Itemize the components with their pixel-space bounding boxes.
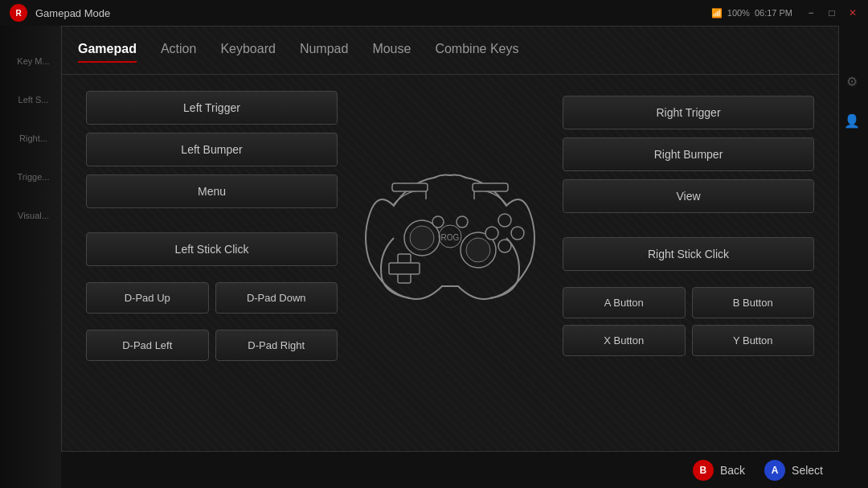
- tab-bar: Gamepad Action Keyboard Numpad Mouse Com…: [62, 27, 838, 75]
- back-label: Back: [720, 464, 745, 477]
- svg-point-1: [410, 226, 434, 250]
- left-sidebar: Key M... Left S... Right... Trigge... Vi…: [0, 26, 64, 488]
- left-trigger-button[interactable]: Left Trigger: [86, 91, 338, 125]
- svg-point-11: [457, 216, 468, 228]
- menu-button[interactable]: Menu: [86, 174, 338, 208]
- face-button-grid: A Button B Button X Button Y Button: [563, 287, 814, 356]
- titlebar-title: Gamepad Mode: [35, 7, 110, 19]
- tab-mouse[interactable]: Mouse: [372, 42, 411, 59]
- dpad-up-button[interactable]: D-Pad Up: [86, 282, 209, 314]
- sidebar-item-rightstick[interactable]: Right...: [0, 119, 64, 158]
- left-controls: Left Trigger Left Bumper Menu Left Stick…: [86, 91, 338, 361]
- right-sidebar: ⚙ 👤: [836, 26, 868, 488]
- svg-point-7: [511, 227, 524, 240]
- profile-icon[interactable]: 👤: [844, 113, 860, 129]
- dpad-row-bottom: D-Pad Left D-Pad Right: [86, 330, 338, 361]
- right-controls: Right Trigger Right Bumper View Right St…: [563, 96, 814, 356]
- back-icon: B: [693, 460, 714, 481]
- titlebar-right: 📶 100% 06:17 PM − □ ✕: [711, 7, 858, 18]
- select-icon: A: [764, 460, 785, 481]
- right-trigger-button[interactable]: Right Trigger: [563, 96, 814, 129]
- window-controls[interactable]: − □ ✕: [805, 7, 858, 18]
- svg-point-3: [466, 238, 490, 262]
- tab-gamepad[interactable]: Gamepad: [78, 42, 137, 59]
- dpad-down-button[interactable]: D-Pad Down: [215, 282, 338, 314]
- dpad-left-button[interactable]: D-Pad Left: [86, 330, 209, 361]
- svg-point-8: [485, 227, 498, 240]
- view-button[interactable]: View: [563, 179, 814, 213]
- titlebar-left: R Gamepad Mode: [10, 4, 110, 22]
- dpad-row-top: D-Pad Up D-Pad Down: [86, 282, 338, 314]
- sidebar-item-leftstick[interactable]: Left S...: [0, 80, 64, 119]
- bottom-bar: B Back A Select: [61, 451, 839, 488]
- select-label: Select: [792, 464, 823, 477]
- right-stick-click-button[interactable]: Right Stick Click: [563, 237, 814, 271]
- x-button[interactable]: X Button: [563, 325, 686, 356]
- minimize-button[interactable]: −: [805, 7, 817, 18]
- settings-icon[interactable]: ⚙: [846, 74, 858, 89]
- tab-keyboard[interactable]: Keyboard: [220, 42, 276, 59]
- select-button[interactable]: A Select: [764, 460, 823, 481]
- maximize-button[interactable]: □: [826, 7, 837, 18]
- svg-rect-5: [389, 263, 420, 274]
- a-button[interactable]: A Button: [563, 287, 686, 318]
- svg-text:ROG: ROG: [441, 233, 460, 242]
- tab-combine-keys[interactable]: Combine Keys: [435, 42, 518, 59]
- titlebar: R Gamepad Mode 📶 100% 06:17 PM − □ ✕: [0, 0, 868, 26]
- time-display: 06:17 PM: [755, 8, 792, 18]
- svg-rect-14: [392, 183, 428, 191]
- svg-point-9: [498, 240, 511, 252]
- sidebar-item-keymapping[interactable]: Key M...: [0, 42, 64, 80]
- svg-point-6: [498, 214, 511, 227]
- y-button[interactable]: Y Button: [692, 325, 815, 356]
- sidebar-item-trigger[interactable]: Trigge...: [0, 158, 64, 196]
- tab-action[interactable]: Action: [161, 42, 196, 59]
- back-button[interactable]: B Back: [693, 460, 745, 481]
- sidebar-item-visual[interactable]: Visual...: [0, 196, 64, 235]
- controller-image: ROG: [338, 133, 563, 318]
- close-button[interactable]: ✕: [847, 7, 858, 18]
- b-button[interactable]: B Button: [692, 287, 815, 318]
- left-bumper-button[interactable]: Left Bumper: [86, 133, 338, 166]
- app-logo: R: [10, 4, 27, 22]
- dpad-right-button[interactable]: D-Pad Right: [215, 330, 338, 361]
- system-tray-icons: 📶 100% 06:17 PM: [711, 8, 792, 18]
- tab-numpad[interactable]: Numpad: [300, 42, 348, 59]
- left-stick-click-button[interactable]: Left Stick Click: [86, 232, 338, 266]
- main-panel: Gamepad Action Keyboard Numpad Mouse Com…: [61, 26, 839, 488]
- content-area: Left Trigger Left Bumper Menu Left Stick…: [62, 75, 838, 377]
- svg-rect-15: [473, 183, 508, 191]
- svg-point-10: [432, 216, 444, 228]
- battery-indicator: 100%: [727, 8, 750, 18]
- right-bumper-button[interactable]: Right Bumper: [563, 137, 814, 171]
- wifi-icon: 📶: [711, 8, 723, 18]
